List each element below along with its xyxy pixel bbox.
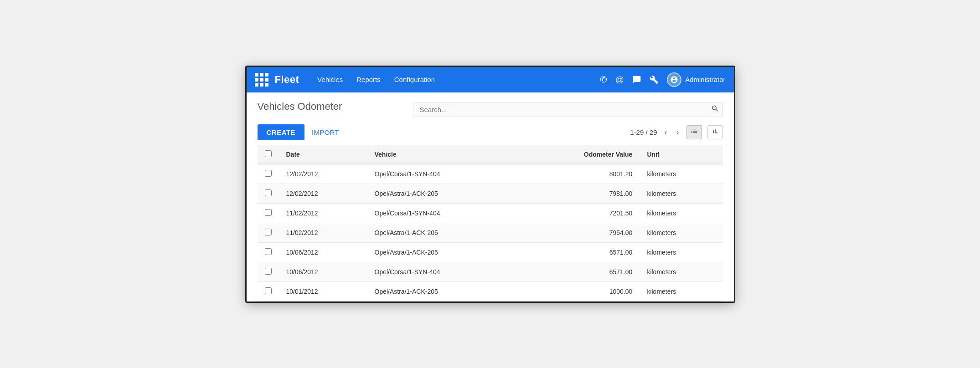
search-wrapper [413, 102, 723, 117]
row-checkbox[interactable] [265, 209, 272, 216]
navbar-right: ✆ @ Administrator [600, 72, 726, 87]
admin-avatar [667, 72, 681, 87]
row-odometer: 6571.00 [520, 262, 640, 281]
table-row[interactable]: 10/01/2012 Opel/Astra/1-ACK-205 1000.00 … [258, 281, 723, 301]
navbar: Fleet Vehicles Reports Configuration ✆ @… [247, 67, 734, 92]
row-odometer: 7981.00 [520, 184, 640, 203]
row-checkbox[interactable] [265, 189, 272, 196]
row-unit: kilometers [640, 281, 722, 301]
page-title: Vehicles Odometer [258, 101, 342, 112]
nav-item-configuration[interactable]: Configuration [389, 73, 440, 86]
row-checkbox-cell [258, 281, 279, 301]
search-input[interactable] [413, 102, 723, 117]
row-date: 11/02/2012 [279, 223, 367, 242]
select-all-column [258, 145, 279, 164]
row-odometer: 7201.50 [520, 203, 640, 223]
table-row[interactable]: 12/02/2012 Opel/Astra/1-ACK-205 7981.00 … [258, 184, 723, 203]
admin-menu[interactable]: Administrator [667, 72, 725, 87]
row-odometer: 8001.20 [520, 164, 640, 184]
toolbar-left: CREATE IMPORT [258, 124, 339, 140]
row-date: 12/02/2012 [279, 184, 367, 203]
table-body: 12/02/2012 Opel/Corsa/1-SYN-404 8001.20 … [258, 164, 723, 302]
row-checkbox[interactable] [265, 170, 272, 177]
table-row[interactable]: 11/02/2012 Opel/Corsa/1-SYN-404 7201.50 … [258, 203, 723, 223]
nav-item-reports[interactable]: Reports [351, 73, 386, 86]
row-checkbox-cell [258, 203, 279, 223]
select-all-checkbox[interactable] [265, 150, 272, 157]
table-container: Date Vehicle Odometer Value Unit 12/02/2… [258, 145, 723, 302]
row-odometer: 6571.00 [520, 242, 640, 262]
row-unit: kilometers [640, 223, 722, 242]
table-row[interactable]: 10/06/2012 Opel/Astra/1-ACK-205 6571.00 … [258, 242, 723, 262]
row-unit: kilometers [640, 203, 722, 223]
row-vehicle: Opel/Astra/1-ACK-205 [367, 242, 520, 262]
brand-logo[interactable]: Fleet [275, 74, 299, 86]
row-unit: kilometers [640, 242, 722, 262]
row-checkbox[interactable] [265, 287, 272, 294]
row-checkbox-cell [258, 242, 279, 262]
table-header: Date Vehicle Odometer Value Unit [258, 145, 723, 164]
row-checkbox[interactable] [265, 229, 272, 235]
row-odometer: 1000.00 [520, 281, 640, 301]
row-date: 11/02/2012 [279, 203, 367, 223]
row-checkbox[interactable] [265, 268, 272, 275]
prev-page-button[interactable]: ‹ [663, 127, 669, 138]
list-view-button[interactable] [686, 125, 702, 139]
row-date: 10/06/2012 [279, 242, 367, 262]
table-row[interactable]: 12/02/2012 Opel/Corsa/1-SYN-404 8001.20 … [258, 164, 723, 184]
row-unit: kilometers [640, 262, 722, 281]
next-page-button[interactable]: › [675, 127, 681, 138]
row-checkbox-cell [258, 223, 279, 242]
tools-icon[interactable] [650, 75, 659, 84]
row-odometer: 7954.00 [520, 223, 640, 242]
phone-icon[interactable]: ✆ [600, 74, 607, 85]
row-vehicle: Opel/Corsa/1-SYN-404 [367, 262, 520, 281]
row-vehicle: Opel/Astra/1-ACK-205 [367, 281, 520, 301]
col-header-unit: Unit [640, 145, 722, 164]
col-header-date: Date [279, 145, 367, 164]
row-vehicle: Opel/Astra/1-ACK-205 [367, 223, 520, 242]
nav-menu: Vehicles Reports Configuration [312, 73, 599, 86]
content-area: Vehicles Odometer CREATE IMPORT 1-29 / 2… [247, 92, 734, 302]
app-container: Fleet Vehicles Reports Configuration ✆ @… [245, 66, 735, 303]
search-icon[interactable] [711, 104, 719, 115]
chart-view-button[interactable] [707, 125, 723, 139]
import-button[interactable]: IMPORT [312, 128, 339, 136]
email-icon[interactable]: @ [615, 75, 624, 85]
col-header-vehicle: Vehicle [367, 145, 520, 164]
header-section: Vehicles Odometer [258, 101, 723, 119]
row-unit: kilometers [640, 164, 722, 184]
row-checkbox-cell [258, 164, 279, 184]
row-checkbox[interactable] [265, 248, 272, 255]
data-table: Date Vehicle Odometer Value Unit 12/02/2… [258, 145, 723, 302]
chat-icon[interactable] [632, 75, 641, 84]
table-row[interactable]: 10/06/2012 Opel/Corsa/1-SYN-404 6571.00 … [258, 262, 723, 281]
toolbar-right: 1-29 / 29 ‹ › [630, 125, 722, 139]
table-row[interactable]: 11/02/2012 Opel/Astra/1-ACK-205 7954.00 … [258, 223, 723, 242]
nav-item-vehicles[interactable]: Vehicles [312, 73, 348, 86]
row-checkbox-cell [258, 184, 279, 203]
create-button[interactable]: CREATE [258, 124, 305, 140]
row-vehicle: Opel/Corsa/1-SYN-404 [367, 203, 520, 223]
row-checkbox-cell [258, 262, 279, 281]
admin-label: Administrator [685, 76, 725, 83]
row-vehicle: Opel/Astra/1-ACK-205 [367, 184, 520, 203]
row-date: 12/02/2012 [279, 164, 367, 184]
toolbar: CREATE IMPORT 1-29 / 29 ‹ › [258, 119, 723, 145]
row-vehicle: Opel/Corsa/1-SYN-404 [367, 164, 520, 184]
row-date: 10/01/2012 [279, 281, 367, 301]
pagination-info: 1-29 / 29 [630, 128, 657, 136]
row-date: 10/06/2012 [279, 262, 367, 281]
row-unit: kilometers [640, 184, 722, 203]
grid-icon[interactable] [255, 73, 268, 87]
col-header-odometer: Odometer Value [520, 145, 640, 164]
